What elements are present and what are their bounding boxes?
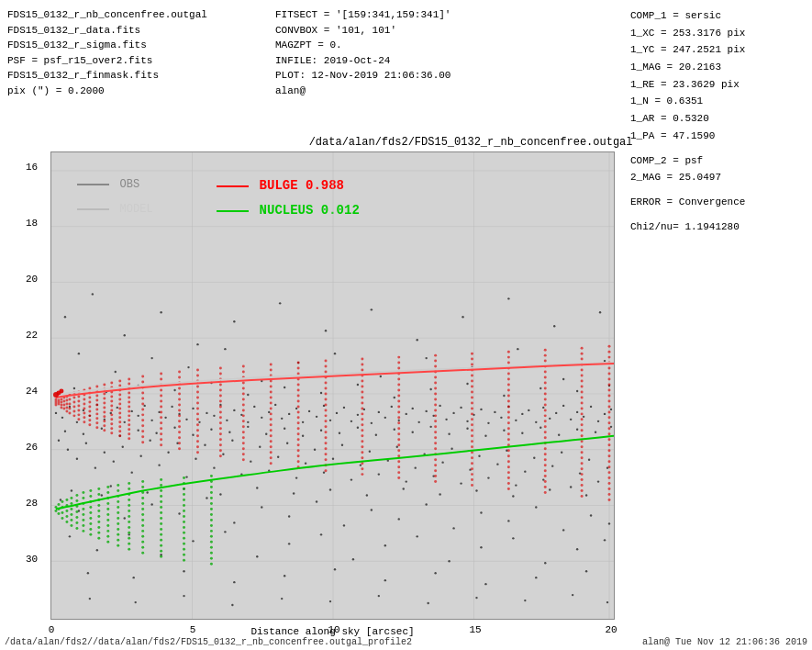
svg-point-59 (378, 411, 380, 413)
svg-point-360 (88, 414, 91, 417)
svg-point-843 (106, 535, 109, 538)
svg-point-345 (77, 418, 80, 420)
svg-point-306 (572, 594, 573, 596)
svg-point-660 (471, 434, 473, 437)
svg-point-892 (160, 522, 162, 525)
comp1-pa: 1_PA = 47.1590 (630, 128, 805, 145)
svg-point-495 (219, 443, 222, 446)
svg-point-77 (500, 417, 502, 419)
svg-point-555 (325, 360, 328, 363)
svg-point-928 (210, 546, 213, 549)
svg-point-213 (425, 503, 427, 505)
svg-point-474 (196, 418, 199, 420)
svg-point-379 (103, 410, 106, 413)
svg-point-706 (544, 403, 547, 406)
svg-point-635 (434, 431, 437, 433)
svg-point-653 (471, 396, 473, 398)
svg-point-652 (471, 390, 473, 393)
svg-point-766 (608, 427, 611, 430)
svg-point-611 (397, 427, 400, 430)
svg-point-536 (297, 367, 300, 370)
svg-point-153 (195, 457, 196, 459)
svg-point-388 (110, 399, 113, 402)
svg-point-26 (150, 420, 152, 421)
svg-point-627 (434, 387, 437, 389)
svg-point-615 (397, 449, 400, 452)
svg-point-680 (507, 405, 510, 408)
svg-point-286 (256, 487, 258, 488)
svg-point-606 (397, 399, 400, 402)
svg-point-433 (141, 430, 144, 432)
svg-point-688 (507, 449, 510, 452)
svg-point-489 (219, 410, 222, 413)
svg-point-784 (57, 512, 60, 515)
svg-point-334 (72, 396, 75, 398)
svg-point-692 (507, 471, 510, 474)
svg-point-764 (608, 416, 611, 419)
svg-point-874 (141, 502, 144, 505)
meta-center-line3: MAGZPT = 0. (275, 38, 450, 53)
svg-point-525 (270, 412, 273, 415)
svg-point-373 (103, 384, 106, 387)
y-tick-28: 28 (26, 498, 38, 509)
svg-point-724 (581, 353, 584, 355)
svg-point-638 (434, 447, 437, 450)
svg-point-274 (503, 430, 505, 431)
svg-point-404 (118, 416, 121, 419)
svg-point-173 (378, 473, 380, 475)
svg-point-193 (561, 452, 562, 454)
svg-point-849 (117, 506, 119, 509)
svg-point-743 (581, 456, 584, 459)
svg-point-821 (89, 522, 92, 525)
svg-point-918 (210, 491, 213, 494)
svg-point-931 (210, 563, 213, 566)
svg-point-419 (128, 423, 130, 426)
svg-point-186 (496, 463, 498, 465)
svg-point-169 (341, 444, 343, 446)
svg-point-840 (106, 519, 109, 521)
svg-point-669 (471, 484, 473, 487)
y-tick-24: 24 (26, 386, 38, 397)
svg-point-818 (89, 506, 92, 509)
svg-point-330 (68, 402, 71, 405)
svg-point-491 (219, 421, 222, 424)
svg-point-249 (585, 570, 587, 572)
svg-point-506 (242, 409, 245, 411)
svg-point-341 (77, 399, 80, 402)
svg-point-735 (581, 412, 584, 415)
svg-point-53 (336, 412, 338, 414)
svg-point-776 (608, 482, 611, 485)
svg-point-127 (247, 394, 249, 396)
svg-point-300 (281, 598, 283, 600)
svg-point-105 (507, 297, 509, 299)
svg-point-675 (507, 378, 510, 381)
svg-point-84 (549, 418, 551, 420)
svg-point-556 (325, 365, 328, 368)
svg-point-819 (89, 511, 92, 514)
svg-point-232 (417, 535, 418, 537)
svg-point-235 (512, 537, 514, 539)
svg-point-72 (466, 420, 468, 422)
svg-point-395 (110, 431, 113, 434)
svg-point-215 (480, 511, 482, 513)
svg-point-882 (141, 546, 144, 549)
svg-point-146 (131, 471, 133, 473)
svg-point-50 (316, 416, 317, 418)
svg-point-547 (297, 427, 300, 430)
svg-point-271 (448, 433, 450, 435)
svg-point-160 (259, 446, 261, 448)
svg-point-168 (332, 457, 334, 459)
svg-point-691 (507, 465, 510, 468)
svg-point-432 (141, 424, 144, 427)
svg-point-480 (196, 451, 199, 454)
svg-point-325 (65, 402, 68, 405)
svg-point-225 (192, 540, 194, 542)
svg-point-108 (78, 353, 80, 354)
svg-point-358 (88, 405, 91, 408)
svg-point-117 (425, 357, 427, 359)
svg-point-702 (544, 382, 547, 385)
svg-point-753 (608, 356, 611, 359)
svg-point-665 (471, 462, 473, 465)
svg-point-767 (608, 432, 611, 435)
svg-point-857 (128, 482, 130, 485)
